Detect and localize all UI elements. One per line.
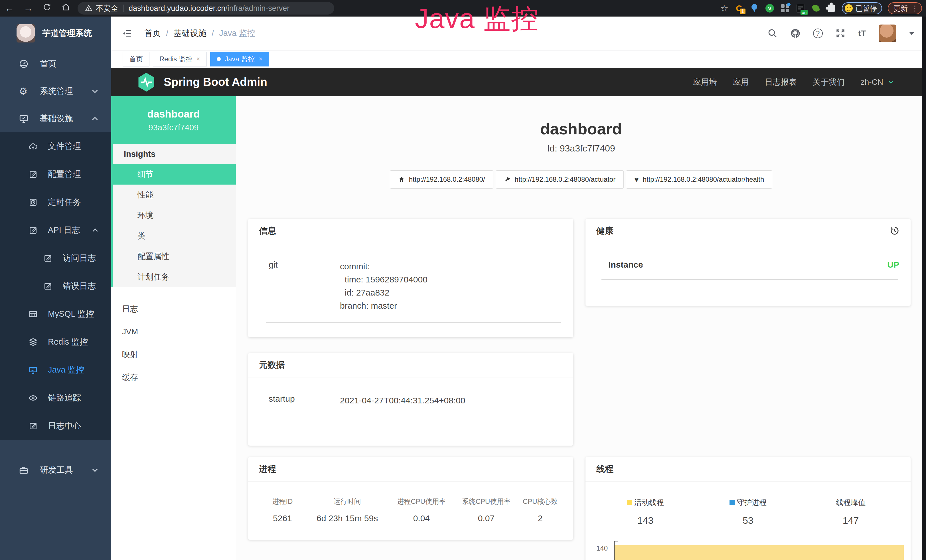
tab-redis[interactable]: Redis 监控 × — [153, 51, 207, 67]
sidebar-item-redis[interactable]: Redis 监控 — [0, 328, 111, 356]
edit-square-icon — [29, 421, 38, 430]
menu-item-configprops[interactable]: 配置属性 — [113, 246, 236, 267]
avatar-caret-icon[interactable] — [909, 32, 915, 35]
reload-icon[interactable] — [38, 3, 56, 14]
sba-nav-applications[interactable]: 应用 — [733, 77, 749, 88]
font-size-icon[interactable]: tT — [858, 29, 866, 38]
extension-pin-icon[interactable] — [749, 3, 759, 13]
page-scrollbar[interactable] — [922, 17, 926, 560]
tab-home[interactable]: 首页 — [123, 51, 150, 67]
y-tick: 140 — [586, 544, 608, 552]
extension-leaf-icon[interactable] — [811, 3, 821, 13]
table-icon — [29, 310, 38, 319]
sidebar-item-home[interactable]: 首页 — [0, 50, 111, 77]
panel-grid: 信息 git commit: time: 1596289704000 id: 2… — [248, 219, 926, 560]
sidebar-item-java[interactable]: Java 监控 — [0, 356, 111, 384]
history-icon[interactable] — [890, 226, 900, 236]
close-icon[interactable]: × — [197, 55, 200, 63]
sba-language-select[interactable]: zh-CN — [861, 77, 895, 87]
menu-item-metrics[interactable]: 性能 — [113, 185, 236, 205]
cloud-upload-icon — [29, 142, 38, 151]
app-logo-row[interactable]: 芋道管理系统 — [0, 17, 111, 50]
menu-item-mappings[interactable]: 映射 — [111, 343, 236, 366]
instance-header[interactable]: dashboard 93a3fc7f7409 — [111, 96, 236, 144]
service-url-button[interactable]: http://192.168.0.2:48080/ — [390, 170, 493, 189]
info-value: commit: time: 1596289704000 id: 27aa832b… — [340, 260, 428, 312]
actuator-url-button[interactable]: http://192.168.0.2:48080/actuator — [496, 170, 624, 189]
bookmark-star-icon[interactable]: ☆ — [720, 3, 728, 14]
sidebar-item-files[interactable]: 文件管理 — [0, 132, 111, 160]
extensions-puzzle-icon[interactable] — [826, 3, 836, 13]
sba-nav-about[interactable]: 关于我们 — [813, 77, 845, 88]
threads-chart: 140 120 100 — [586, 541, 911, 560]
sidebar-item-error-log[interactable]: 错误日志 — [0, 272, 111, 300]
health-url-button[interactable]: ♥ http://192.168.0.2:48080/actuator/heal… — [626, 170, 772, 189]
user-avatar[interactable] — [879, 24, 896, 42]
legend-value: 147 — [843, 515, 859, 526]
tab-java[interactable]: Java 监控 × — [210, 51, 269, 67]
profile-paused-chip[interactable]: 已暂停 — [842, 2, 882, 14]
sidebar-item-config[interactable]: 配置管理 — [0, 160, 111, 188]
sidebar-item-jobs[interactable]: 定时任务 — [0, 188, 111, 216]
threads-panel-body: 活动线程 143 守护进程 53 线程峰值 14 — [586, 481, 911, 560]
sidebar-item-trace[interactable]: 链路追踪 — [0, 384, 111, 412]
url-path: /infra/admin-server — [225, 4, 289, 13]
update-button[interactable]: 更新 ⋮ — [888, 2, 922, 14]
spring-boot-admin-logo[interactable] — [137, 72, 156, 93]
sba-language-value: zh-CN — [861, 77, 883, 87]
health-panel-body: Instance UP — [586, 243, 911, 294]
back-icon[interactable]: ← — [0, 3, 19, 14]
breadcrumb-current: Java 监控 — [219, 28, 255, 39]
panel-title: 线程 — [596, 463, 613, 475]
menu-item-logs[interactable]: 日志 — [111, 298, 236, 320]
sidebar-item-log-center[interactable]: 日志中心 — [0, 412, 111, 440]
sidebar-submenu-infra: 文件管理 配置管理 定时任务 API 日志 访问日志 — [0, 132, 111, 440]
help-icon[interactable]: ? — [813, 29, 823, 38]
security-label[interactable]: 不安全 — [96, 3, 118, 14]
extension-orange-icon[interactable]: C 1 — [734, 3, 744, 13]
sidebar-item-label: 访问日志 — [63, 253, 96, 264]
sba-nav-wallboard[interactable]: 应用墙 — [693, 77, 717, 88]
menu-item-jvm[interactable]: JVM — [111, 320, 236, 343]
browser-menu-icon[interactable]: ⋮ — [911, 4, 918, 13]
sidebar-menu: 首页 ⚙ 系统管理 基础设施 文件管理 配置管理 — [0, 50, 111, 560]
tick-mark — [611, 548, 614, 548]
search-icon[interactable] — [767, 28, 778, 38]
sidebar-item-system[interactable]: ⚙ 系统管理 — [0, 77, 111, 105]
sidebar-item-access-log[interactable]: 访问日志 — [0, 244, 111, 272]
breadcrumb-infra[interactable]: 基础设施 — [173, 28, 206, 39]
sba-nav-journal[interactable]: 日志报表 — [765, 77, 797, 88]
y-axis-cap — [614, 541, 618, 542]
breadcrumb: 首页 / 基础设施 / Java 监控 — [144, 28, 255, 39]
row-divider — [266, 417, 561, 417]
sidebar-item-infra[interactable]: 基础设施 — [0, 105, 111, 132]
address-bar[interactable]: 不安全 dashboard.yudao.iocoder.cn /infra/ad… — [77, 2, 334, 15]
row-divider — [266, 322, 561, 322]
sba-brand-title[interactable]: Spring Boot Admin — [164, 76, 267, 88]
menu-item-details[interactable]: 细节 — [111, 164, 236, 185]
menu-item-classes[interactable]: 类 — [113, 226, 236, 246]
instance-id: 93a3fc7f7409 — [148, 123, 199, 132]
github-icon[interactable] — [790, 28, 800, 38]
close-icon[interactable]: × — [259, 55, 262, 63]
extension-grid-icon[interactable] — [780, 3, 790, 13]
sidebar-item-label: API 日志 — [48, 224, 80, 236]
layers-icon — [29, 338, 38, 347]
legend-peak: 线程峰值 147 — [799, 498, 902, 526]
fullscreen-icon[interactable] — [835, 28, 846, 38]
system-cpu: 0.07 — [454, 513, 519, 523]
sidebar-item-mysql[interactable]: MySQL 监控 — [0, 300, 111, 328]
sidebar-item-devtools[interactable]: 研发工具 — [0, 456, 111, 484]
breadcrumb-home[interactable]: 首页 — [144, 28, 161, 39]
forward-icon[interactable]: → — [19, 3, 38, 14]
menu-item-scheduled-tasks[interactable]: 计划任务 — [113, 267, 236, 287]
column-header: 进程CPU使用率 — [389, 497, 454, 506]
menu-item-caches[interactable]: 缓存 — [111, 366, 236, 389]
home-icon[interactable] — [56, 3, 75, 14]
active-tab-dot — [217, 57, 221, 61]
extension-v-icon[interactable]: v — [765, 3, 775, 13]
extension-monkey-icon[interactable]: on — [796, 3, 805, 13]
collapse-sidebar-icon[interactable] — [121, 29, 133, 38]
menu-item-environment[interactable]: 环境 — [113, 205, 236, 226]
sidebar-item-api-log[interactable]: API 日志 — [0, 216, 111, 244]
